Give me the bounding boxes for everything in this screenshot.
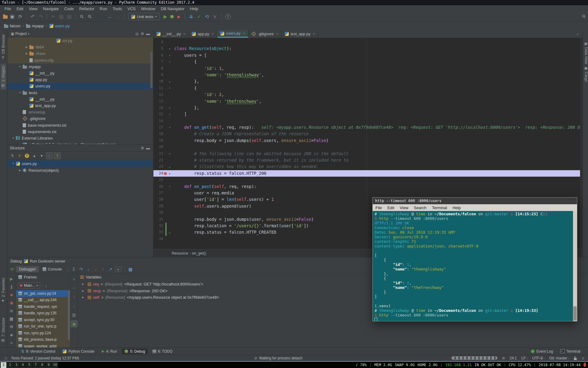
menu-refactor[interactable]: Refactor — [77, 6, 97, 11]
help-icon[interactable]: ? — [225, 14, 231, 19]
frame-item-run-for-one-sync-p[interactable]: run_for_one, sync.p — [16, 323, 70, 330]
menu-navigate[interactable]: Navigate — [40, 6, 61, 11]
code-line-18[interactable]: 18 # Create a JSON representation of the… — [153, 131, 582, 137]
collapse-all-icon[interactable]: ▼ — [39, 153, 45, 159]
menu-view[interactable]: View — [26, 6, 40, 11]
workspace-button-3[interactable]: 3 — [13, 362, 19, 368]
pin-icon[interactable]: ◈ — [8, 331, 15, 339]
code-text[interactable]: }, — [172, 105, 582, 111]
terminal-menu-file[interactable]: File — [373, 205, 385, 210]
run-to-cursor-icon[interactable]: ↗ — [107, 266, 114, 273]
move-up-icon[interactable]: ↑ — [71, 294, 77, 300]
tree-item-gitignore[interactable]: .gitignore — [7, 115, 153, 122]
save-all-icon[interactable]: ▣ — [9, 13, 16, 20]
autoscroll-from-source-icon[interactable]: ↥ — [54, 152, 61, 159]
back-icon[interactable]: ← — [107, 13, 113, 20]
tool-button-python-console[interactable]: Python Console — [60, 349, 97, 354]
menu-window[interactable]: Window — [138, 6, 158, 11]
frame-item-call-api-py-244[interactable]: __call__, api.py:244 — [16, 297, 70, 304]
synchronize-icon[interactable]: ⟳ — [17, 13, 24, 20]
close-icon[interactable]: × — [313, 32, 315, 36]
settings-icon[interactable]: ⚙ — [140, 146, 145, 151]
code-text[interactable]: 'id': 2, — [172, 91, 582, 98]
pause-icon[interactable]: ∥ — [8, 283, 15, 291]
editor-tab-users-py[interactable]: users.py× — [217, 30, 248, 38]
workspace-button-9[interactable]: 9 — [46, 362, 51, 368]
hide-panel-icon[interactable]: ▬ — [145, 31, 151, 36]
debug-tab-label[interactable]: Debug — [10, 259, 22, 263]
code-text[interactable]: user = req.media — [172, 190, 582, 196]
duplicate-icon[interactable]: ▥ — [71, 312, 77, 318]
vcs-rollback-icon[interactable]: ⟲ — [204, 13, 210, 20]
chevron-down-icon[interactable]: ▾ — [28, 32, 29, 35]
tree-item-users-py[interactable]: ▼users.py — [7, 160, 153, 167]
fold-collapse-icon[interactable]: ▾ — [168, 126, 172, 129]
code-line-13[interactable]: 13 'name': 'thefrenchway', — [153, 98, 582, 105]
tree-item-test-app-py[interactable]: test_app.py — [7, 102, 153, 109]
frame-up-icon[interactable]: ↑ — [42, 283, 44, 288]
code-line-9[interactable]: 9 'name': 'theenglishway', — [153, 72, 582, 78]
code-text[interactable]: # The following line can be omitted beca… — [172, 151, 582, 157]
tree-item-external-libraries[interactable]: ▼External Libraries — [7, 135, 153, 141]
tree-item-envsetup[interactable]: .envsetup — [7, 109, 153, 115]
forward-icon[interactable]: → — [115, 13, 121, 20]
code-line-20[interactable]: 20 — [153, 144, 582, 150]
code-line-11[interactable]: 11▾ { — [153, 85, 582, 91]
breadcrumb-item-users-py[interactable]: users.py — [48, 24, 71, 28]
code-line-8[interactable]: 8 'id': 1, — [153, 65, 582, 72]
breadcrumb-item-myapp[interactable]: myapp — [25, 24, 45, 28]
vcs-branch-icon[interactable]: Y — [212, 13, 218, 20]
undo-icon[interactable]: ↶ — [29, 13, 36, 20]
paste-icon[interactable]: ▤ — [66, 13, 73, 20]
code-line-24[interactable]: 24▴ resp.status = falcon.HTTP_200 — [153, 170, 582, 177]
sort-alpha-icon[interactable]: ⇅ — [9, 153, 15, 159]
step-out-icon[interactable]: ↑ — [100, 266, 107, 273]
readonly-lock-icon[interactable] — [574, 358, 577, 360]
editor-scrollbar[interactable] — [580, 38, 582, 249]
step-over-icon[interactable]: ↷ — [77, 266, 85, 273]
run-configuration-combo[interactable]: Unit tests▾ — [128, 13, 160, 20]
close-icon[interactable]: × — [243, 31, 245, 36]
fold-end-icon[interactable]: ▴ — [168, 106, 172, 109]
code-text[interactable]: { — [172, 85, 582, 91]
code-line-6[interactable]: 6▾ users = [ — [153, 52, 582, 59]
chevron-down-icon[interactable]: ▼ — [17, 65, 23, 68]
fold-end-icon[interactable]: ▴ — [168, 113, 172, 116]
workspace-button-5[interactable]: 5 — [26, 362, 32, 368]
locate-icon[interactable]: ◎ — [134, 31, 140, 36]
tool-button-4-run[interactable]: ▶4: Run — [99, 349, 120, 354]
chevron-down-icon[interactable]: ▼ — [10, 162, 16, 165]
tool-button-5-debug[interactable]: 5: Debug — [122, 349, 148, 354]
code-line-19[interactable]: 19 resp.body = json.dumps(self.users, en… — [153, 137, 582, 144]
show-execution-point-icon[interactable]: ↧ — [70, 266, 77, 273]
frame-item-spawn-worker-arbit[interactable]: spawn_worker, arbit — [16, 343, 70, 347]
terminal-menu-help[interactable]: Help — [450, 205, 464, 210]
tree-item-users-py[interactable]: users.py — [7, 83, 153, 89]
open-file-icon[interactable] — [3, 15, 8, 19]
hide-panel-icon[interactable]: ▬ — [145, 146, 151, 151]
code-line-10[interactable]: 10▴ }, — [153, 78, 582, 85]
close-icon[interactable]: × — [183, 32, 185, 36]
menu-help[interactable]: Help — [187, 6, 201, 11]
show-inherited-icon[interactable]: Y — [17, 153, 23, 159]
evaluate-expression-icon[interactable]: x — [115, 266, 121, 272]
inspections-ok-icon[interactable]: ✓ — [576, 32, 579, 36]
tree-item-myapp[interactable]: ▼myapp — [7, 63, 153, 70]
code-text[interactable]: 'id': 1, — [172, 65, 582, 72]
menu-code[interactable]: Code — [62, 6, 77, 11]
move-down-icon[interactable]: ↓ — [71, 303, 77, 309]
workspace-button-4[interactable]: 4 — [20, 362, 26, 368]
editor-tab-init-py[interactable]: __init__.py× — [153, 30, 189, 38]
vcs-update-icon[interactable]: ⇊ — [188, 13, 194, 20]
code-line-27[interactable]: 27 user = req.media — [153, 190, 582, 196]
frame-down-icon[interactable]: ↓ — [45, 283, 47, 288]
code-text[interactable]: users = [ — [172, 52, 582, 59]
code-text[interactable]: 'name': 'theenglishway', — [172, 72, 582, 78]
fold-collapse-icon[interactable]: ▾ — [168, 54, 172, 57]
code-line-4[interactable]: 4 — [153, 39, 582, 45]
git-branch-selector[interactable]: Git: master↕ — [549, 356, 569, 360]
highlighting-level-icon[interactable]: ☺ — [581, 356, 585, 360]
tree-item-resource-object[interactable]: ▶CResource(object) — [7, 167, 153, 174]
line-ending-selector[interactable]: LF↕ — [522, 356, 528, 360]
code-text[interactable]: }, — [172, 78, 582, 85]
